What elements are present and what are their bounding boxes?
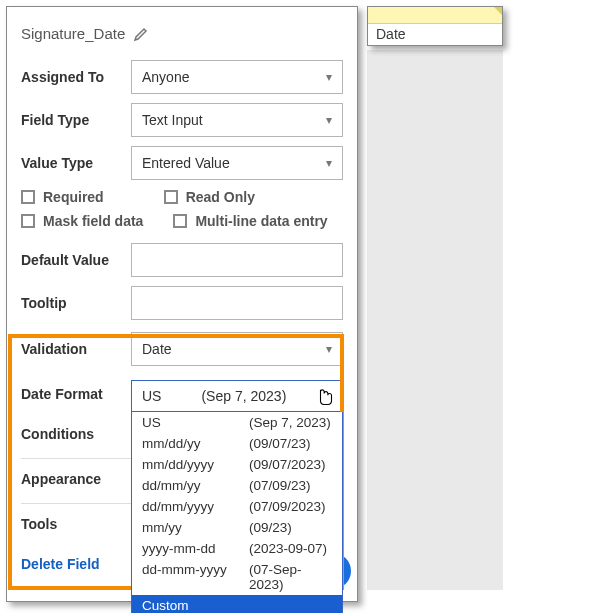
field-type-select[interactable]: Text Input ▾ [131,103,343,137]
date-format-option[interactable]: dd/mm/yy(07/09/23) [132,475,342,496]
default-value-label: Default Value [21,252,131,268]
field-type-label: Field Type [21,112,131,128]
date-format-selected-ex: (Sep 7, 2023) [201,388,286,404]
checkbox-icon [21,214,35,228]
date-format-option[interactable]: yyyy-mm-dd(2023-09-07) [132,538,342,559]
preview-swatch [368,7,502,24]
validation-value: Date [142,341,172,357]
delete-field-link[interactable]: Delete Field [21,556,100,572]
date-format-dropdown: US(Sep 7, 2023)mm/dd/yy(09/07/23)mm/dd/y… [131,412,343,613]
checkbox-icon [173,214,187,228]
preview-label: Date [368,24,502,44]
value-type-select[interactable]: Entered Value ▾ [131,146,343,180]
field-type-value: Text Input [142,112,203,128]
date-format-option[interactable]: mm/dd/yy(09/07/23) [132,433,342,454]
assigned-to-select[interactable]: Anyone ▾ [131,60,343,94]
value-type-label: Value Type [21,155,131,171]
required-label: Required [43,189,104,205]
date-format-selected-fmt: US [142,388,161,404]
checkbox-icon [164,190,178,204]
validation-label: Validation [21,341,131,357]
assigned-to-label: Assigned To [21,69,131,85]
multiline-checkbox[interactable]: Multi-line data entry [173,213,327,229]
validation-select[interactable]: Date ▾ [131,332,343,366]
default-value-input[interactable] [131,243,343,277]
right-gray-column [367,50,503,590]
date-format-option[interactable]: mm/yy(09/23) [132,517,342,538]
value-type-value: Entered Value [142,155,230,171]
tooltip-input[interactable] [131,286,343,320]
properties-panel: Signature_Date Assigned To Anyone ▾ Fiel… [6,6,358,602]
mask-label: Mask field data [43,213,143,229]
date-format-combo[interactable]: US (Sep 7, 2023) US(Sep 7, 2023)mm/dd/yy… [131,380,343,412]
field-preview: Date [367,6,503,46]
chevron-down-icon: ▾ [326,342,332,356]
assigned-to-value: Anyone [142,69,189,85]
required-checkbox[interactable]: Required [21,189,104,205]
readonly-label: Read Only [186,189,255,205]
checkbox-icon [21,190,35,204]
date-format-label: Date Format [21,380,131,402]
chevron-down-icon: ▾ [326,70,332,84]
chevron-down-icon: ▾ [326,113,332,127]
date-format-option[interactable]: mm/dd/yyyy(09/07/2023) [132,454,342,475]
multiline-label: Multi-line data entry [195,213,327,229]
mask-checkbox[interactable]: Mask field data [21,213,143,229]
edit-name-icon[interactable] [133,26,149,42]
date-format-display[interactable]: US (Sep 7, 2023) [131,380,343,412]
readonly-checkbox[interactable]: Read Only [164,189,255,205]
date-format-option[interactable]: dd/mm/yyyy(07/09/2023) [132,496,342,517]
chevron-down-icon: ▾ [326,156,332,170]
field-name-text: Signature_Date [21,25,125,42]
date-format-option[interactable]: dd-mmm-yyyy(07-Sep-2023) [132,559,342,595]
date-format-option[interactable]: US(Sep 7, 2023) [132,412,342,433]
date-format-option[interactable]: Custom [132,595,342,613]
tooltip-label: Tooltip [21,295,131,311]
